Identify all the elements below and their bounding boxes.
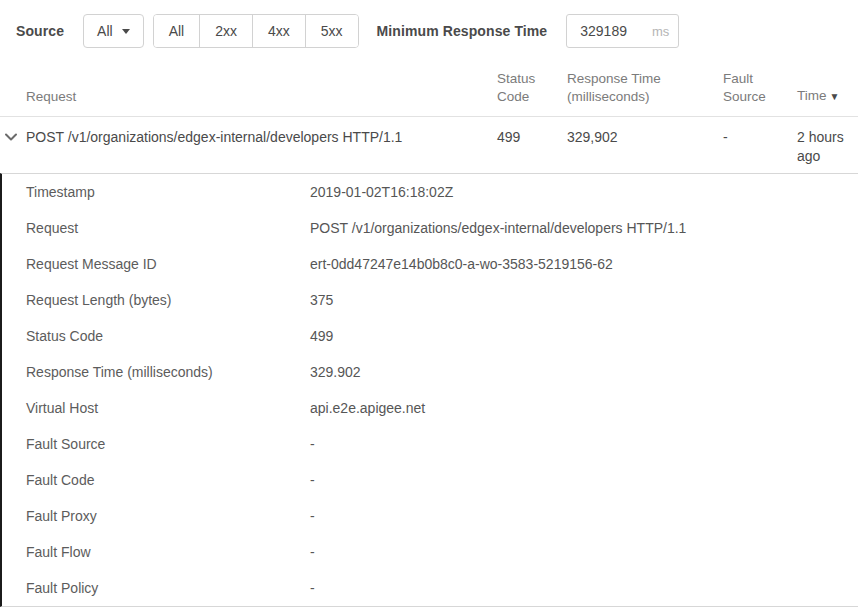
column-header-request[interactable]: Request [26,88,497,116]
source-dropdown-value: All [97,23,113,39]
detail-label: Fault Source [26,436,310,452]
filter-toolbar: Source All All 2xx 4xx 5xx Minimum Respo… [0,0,858,62]
detail-row-fault-code: Fault Code - [2,462,858,498]
detail-value: - [310,436,858,452]
detail-label: Status Code [26,328,310,344]
detail-label: Response Time (milliseconds) [26,364,310,380]
source-label: Source [16,23,64,39]
caret-down-icon [122,29,130,34]
detail-row-fault-source: Fault Source - [2,426,858,462]
chevron-down-icon[interactable] [4,130,17,143]
detail-value: 2019-01-02T16:18:02Z [310,184,858,200]
source-dropdown[interactable]: All [83,14,144,48]
detail-row-request: Request POST /v1/organizations/edgex-int… [2,210,858,246]
detail-value: ert-0dd47247e14b0b8c0-a-wo-3583-5219156-… [310,256,858,272]
detail-value: 499 [310,328,858,344]
status-filter-4xx[interactable]: 4xx [252,15,305,47]
detail-label: Request Message ID [26,256,310,272]
request-details-panel: Timestamp 2019-01-02T16:18:02Z Request P… [0,173,858,607]
detail-row-fault-flow: Fault Flow - [2,534,858,570]
row-time: 2 hours ago [797,128,858,166]
table-row[interactable]: POST /v1/organizations/edgex-internal/de… [0,117,858,173]
detail-label: Fault Policy [26,580,310,596]
detail-value: api.e2e.apigee.net [310,400,858,416]
status-filter-all[interactable]: All [154,15,200,47]
detail-label: Timestamp [26,184,310,200]
detail-label: Request Length (bytes) [26,292,310,308]
column-header-response-time[interactable]: Response Time (milliseconds) [567,70,723,116]
detail-row-fault-proxy: Fault Proxy - [2,498,858,534]
column-header-fault-source[interactable]: Fault Source [723,70,797,116]
status-filter-5xx[interactable]: 5xx [305,15,358,47]
detail-label: Fault Flow [26,544,310,560]
detail-value: - [310,472,858,488]
status-filter-2xx[interactable]: 2xx [199,15,252,47]
detail-value: - [310,544,858,560]
detail-value: 329.902 [310,364,858,380]
api-monitoring-logs-panel: Source All All 2xx 4xx 5xx Minimum Respo… [0,0,858,607]
detail-row-virtual-host: Virtual Host api.e2e.apigee.net [2,390,858,426]
row-response-time: 329,902 [567,128,723,147]
column-header-status-code[interactable]: Status Code [497,70,567,116]
min-response-time-input[interactable] [566,14,679,48]
detail-row-response-time: Response Time (milliseconds) 329.902 [2,354,858,390]
detail-row-request-message-id: Request Message ID ert-0dd47247e14b0b8c0… [2,246,858,282]
detail-row-timestamp: Timestamp 2019-01-02T16:18:02Z [2,174,858,210]
detail-value: - [310,508,858,524]
detail-value: 375 [310,292,858,308]
detail-label: Fault Proxy [26,508,310,524]
detail-value: POST /v1/organizations/edgex-internal/de… [310,220,858,236]
column-header-time[interactable]: Time▼ [797,87,858,116]
status-filter-group: All 2xx 4xx 5xx [153,14,359,48]
min-response-time-field: ms [566,14,679,48]
detail-row-request-length: Request Length (bytes) 375 [2,282,858,318]
row-status-code: 499 [497,128,567,147]
sort-desc-icon: ▼ [830,91,840,102]
table-header: Request Status Code Response Time (milli… [0,62,858,117]
detail-label: Virtual Host [26,400,310,416]
detail-label: Request [26,220,310,236]
row-fault-source: - [723,128,797,147]
row-request: POST /v1/organizations/edgex-internal/de… [26,128,497,147]
detail-row-fault-policy: Fault Policy - [2,570,858,606]
detail-label: Fault Code [26,472,310,488]
min-response-time-label: Minimum Response Time [377,23,548,39]
detail-value: - [310,580,858,596]
detail-row-status-code: Status Code 499 [2,318,858,354]
